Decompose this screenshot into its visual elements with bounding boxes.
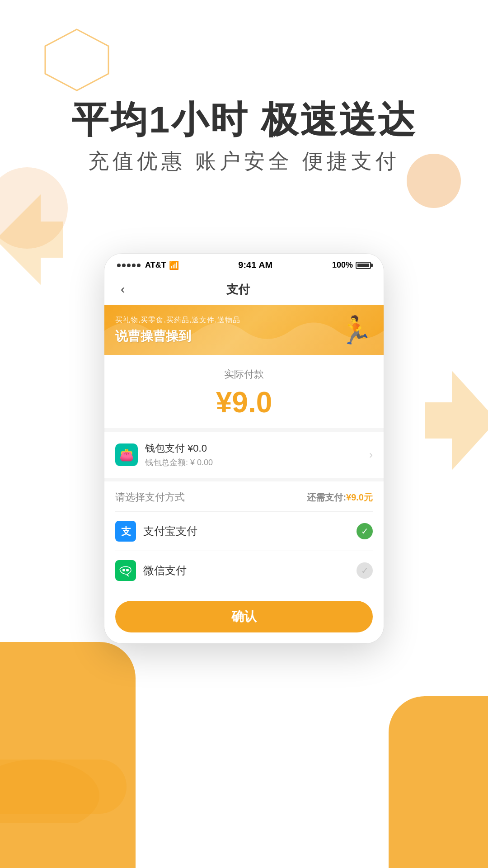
- wallet-chevron-icon: ›: [369, 448, 373, 461]
- battery-icon: [356, 262, 371, 269]
- svg-point-6: [126, 569, 129, 571]
- promo-banner: 买礼物,买零食,买药品,送文件,送物品 说曹操曹操到 🏃: [104, 305, 384, 355]
- payment-method-section: 请选择支付方式 还需支付:¥9.0元 支 支付宝支付 ✓: [104, 481, 384, 590]
- carrier-label: AT&T: [145, 260, 166, 270]
- svg-marker-0: [45, 29, 108, 90]
- wechat-check-icon: ✓: [357, 562, 373, 579]
- status-bar: AT&T 📶 9:41 AM 100%: [104, 254, 384, 274]
- signal-dot: [117, 264, 121, 267]
- svg-marker-1: [0, 194, 63, 285]
- payment-label: 实际付款: [115, 368, 373, 381]
- method-header: 请选择支付方式 还需支付:¥9.0元: [115, 491, 373, 504]
- wallet-icon: 👛: [115, 443, 138, 466]
- hero-subtitle: 充值优惠 账户安全 便捷支付: [0, 147, 488, 175]
- wechat-icon: [115, 560, 136, 581]
- wallet-name: 钱包支付 ¥0.0: [145, 442, 369, 455]
- phone-mockup: AT&T 📶 9:41 AM 100% ‹ 支付 买礼物,买零食,买药品,送: [104, 253, 384, 644]
- alipay-method-item[interactable]: 支 支付宝支付 ✓: [115, 511, 373, 551]
- alipay-label: 支付宝支付: [143, 524, 357, 538]
- alipay-icon: 支: [115, 521, 136, 542]
- phone-frame: AT&T 📶 9:41 AM 100% ‹ 支付 买礼物,买零食,买药品,送: [104, 253, 384, 644]
- bg-arrow-left-deco: [0, 194, 63, 285]
- signal-dot: [127, 264, 131, 267]
- status-right: 100%: [332, 260, 371, 270]
- svg-point-5: [122, 569, 125, 571]
- banner-small-text: 买礼物,买零食,买药品,送文件,送物品: [115, 316, 240, 325]
- hero-title: 平均1小时 极速送达: [0, 99, 488, 140]
- confirm-btn-wrapper: 确认: [104, 590, 384, 643]
- payment-amount: ¥9.0: [115, 386, 373, 419]
- method-title: 请选择支付方式: [115, 491, 185, 504]
- confirm-button[interactable]: 确认: [115, 601, 373, 632]
- wallet-section[interactable]: 👛 钱包支付 ¥0.0 钱包总金额: ¥ 0.00 ›: [104, 432, 384, 481]
- watermark-area: Whi: [0, 804, 488, 850]
- signal-dot: [122, 264, 126, 267]
- signal-dot: [132, 264, 136, 267]
- back-button[interactable]: ‹: [115, 280, 130, 298]
- alipay-logo-icon: 支: [119, 525, 132, 538]
- bg-hexagon: [41, 27, 113, 93]
- signal-dots: [117, 264, 141, 267]
- bg-arrow-right-deco: [425, 371, 488, 470]
- wechat-logo-icon: [119, 564, 132, 577]
- banner-big-text: 说曹操曹操到: [115, 328, 240, 345]
- banner-figure: 🏃: [339, 314, 373, 346]
- status-time: 9:41 AM: [238, 260, 272, 270]
- banner-text: 买礼物,买零食,买药品,送文件,送物品 说曹操曹操到: [115, 316, 240, 345]
- signal-dot: [137, 264, 141, 267]
- wallet-info: 钱包支付 ¥0.0 钱包总金额: ¥ 0.00: [145, 442, 369, 468]
- nav-bar: ‹ 支付: [104, 274, 384, 305]
- page-title: 支付: [130, 282, 346, 297]
- watermark-text: Whi: [0, 804, 488, 850]
- battery-fill: [357, 264, 369, 267]
- wechat-label: 微信支付: [143, 563, 357, 578]
- hero-section: 平均1小时 极速送达 充值优惠 账户安全 便捷支付: [0, 99, 488, 175]
- svg-text:支: 支: [121, 526, 131, 537]
- battery-percent: 100%: [332, 260, 353, 270]
- wechat-method-item[interactable]: 微信支付 ✓: [115, 551, 373, 590]
- remaining-amount: 还需支付:¥9.0元: [307, 491, 373, 504]
- wallet-balance: 钱包总金额: ¥ 0.00: [145, 457, 369, 468]
- alipay-check-icon: ✓: [357, 523, 373, 539]
- svg-marker-2: [425, 371, 488, 470]
- wifi-icon: 📶: [169, 260, 179, 270]
- status-left: AT&T 📶: [117, 260, 179, 270]
- payment-section: 实际付款 ¥9.0: [104, 355, 384, 432]
